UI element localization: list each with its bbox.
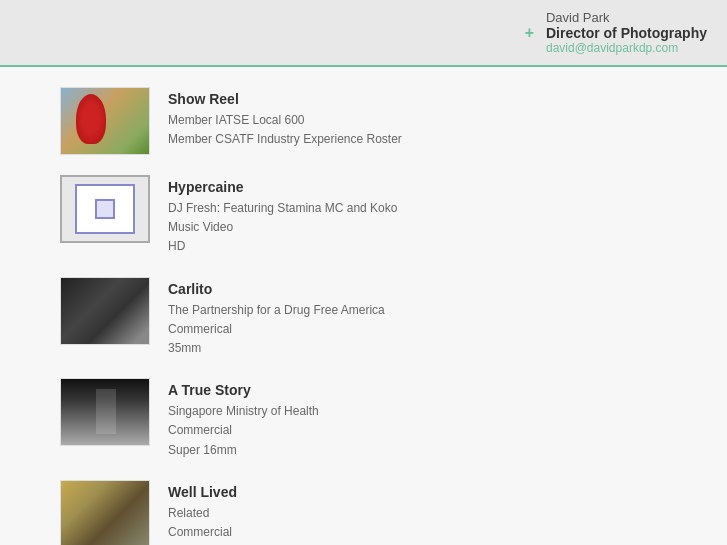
list-item[interactable]: A True Story Singapore Ministry of Healt… [60,378,697,460]
item-content: A True Story Singapore Ministry of Healt… [168,378,319,460]
list-item[interactable]: Well Lived Related Commercial HD [60,480,697,545]
list-item[interactable]: Hypercaine DJ Fresh: Featuring Stamina M… [60,175,697,257]
thumbnail-carlito [60,277,150,345]
hypercaine-icon [95,199,115,219]
header-email[interactable]: david@davidparkdp.com [546,41,678,55]
item-detail: Member IATSE Local 600 Member CSATF Indu… [168,111,402,149]
item-content: Hypercaine DJ Fresh: Featuring Stamina M… [168,175,397,257]
item-title: Carlito [168,281,385,297]
item-title: Well Lived [168,484,237,500]
item-title: Hypercaine [168,179,397,195]
item-title: Show Reel [168,91,402,107]
item-detail: Singapore Ministry of Health Commercial … [168,402,319,460]
item-title: A True Story [168,382,319,398]
item-detail: The Partnership for a Drug Free America … [168,301,385,359]
list-item[interactable]: Show Reel Member IATSE Local 600 Member … [60,87,697,155]
plus-icon: + [525,24,534,42]
header-title: Director of Photography [546,25,707,41]
item-content: Well Lived Related Commercial HD [168,480,237,545]
page-header: + David Park Director of Photography dav… [0,0,727,67]
hypercaine-inner [75,184,135,234]
item-content: Carlito The Partnership for a Drug Free … [168,277,385,359]
header-info: David Park Director of Photography david… [546,10,707,55]
main-content: Show Reel Member IATSE Local 600 Member … [0,67,727,545]
thumbnail-true-story [60,378,150,446]
thumbnail-hypercaine [60,175,150,243]
item-detail: Related Commercial HD [168,504,237,545]
thumbnail-well-lived [60,480,150,545]
header-name: David Park [546,10,707,25]
list-item[interactable]: Carlito The Partnership for a Drug Free … [60,277,697,359]
thumbnail-show-reel [60,87,150,155]
item-content: Show Reel Member IATSE Local 600 Member … [168,87,402,149]
item-detail: DJ Fresh: Featuring Stamina MC and Koko … [168,199,397,257]
